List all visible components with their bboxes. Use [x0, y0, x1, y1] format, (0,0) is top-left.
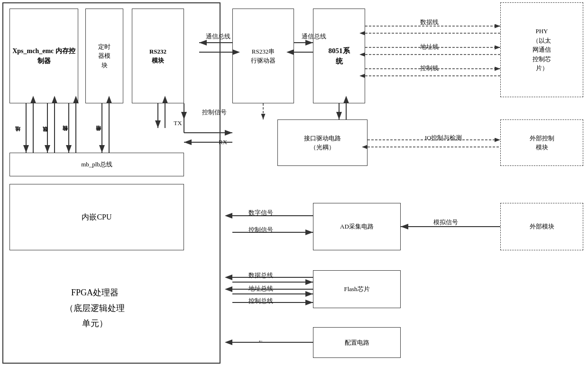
fpga-desc-label: FPGA处理器（底层逻辑处理单元）	[14, 258, 175, 358]
rx-label: RX	[216, 138, 230, 146]
phy-label: PHY（以太网通信控制芯片）	[533, 27, 551, 73]
interrupt-signal-label: 中断信号	[95, 121, 102, 149]
rs232-label: RS232模块	[149, 47, 166, 65]
interface-drive-label: 接口驱动电路（光耦）	[304, 134, 341, 152]
config-circuit-label: 配置电路	[345, 338, 369, 348]
ext-module-box: 外部模块	[500, 203, 583, 250]
data-line-xps-label: 数据线	[42, 123, 49, 149]
rs232-driver-box: RS232串行驱动器	[232, 9, 294, 103]
config-circuit-box: 配置电路	[313, 327, 401, 358]
addr-line-phy-label: 地址线	[413, 43, 446, 51]
tx-label: TX	[171, 119, 185, 127]
timer-label: 定时器模块	[98, 42, 110, 70]
data-line-phy-label: 数据线	[413, 18, 446, 27]
flash-chip-label: Flash芯片	[344, 284, 369, 294]
xps-mch-emc-label: Xps_mch_emc 内存控制器	[10, 46, 78, 66]
cpu-label: 内嵌CPU	[82, 211, 111, 223]
mcu-8051-box: 8051系统	[313, 9, 365, 103]
ad-circuit-label: AD采集电路	[340, 222, 374, 231]
flash-chip-box: Flash芯片	[313, 270, 401, 308]
cpu-box: 内嵌CPU	[9, 184, 184, 250]
interface-drive-box: 接口驱动电路（光耦）	[277, 119, 368, 166]
mb-plb-label: mb_plb总线	[81, 160, 112, 169]
ad-circuit-box: AD采集电路	[313, 203, 401, 250]
ctrl-signal-rs232-label: 控制信号	[195, 108, 233, 117]
io-ctrl-label: IO控制与检测	[413, 134, 474, 142]
config-arrow-label: ←	[237, 338, 285, 345]
addr-bus-flash-label: 地址总线	[237, 284, 285, 293]
data-bus-flash-label: 数据总线	[237, 271, 285, 280]
ctrl-line-phy-label: 控制线	[413, 64, 446, 73]
ext-ctrl-label: 外部控制模块	[530, 134, 554, 152]
ctrl-bus-flash-label: 控制总线	[237, 297, 285, 305]
comm-bus-top-label: 通信总线	[199, 32, 237, 41]
mcu-8051-label: 8051系统	[329, 46, 350, 67]
rs232-driver-label: RS232串行驱动器	[251, 47, 276, 65]
digital-signal-label: 数字信号	[237, 209, 285, 217]
rs232-box: RS232模块	[132, 9, 184, 103]
mb-plb-box: mb_plb总线	[9, 153, 184, 176]
ctrl-signal-xps-label: 控制信号	[62, 121, 69, 149]
phy-box: PHY（以太网通信控制芯片）	[500, 2, 583, 97]
comm-bus-8051-label: 通信总线	[295, 32, 333, 41]
addr-line-xps-label: 地址线	[14, 123, 21, 149]
ext-ctrl-box: 外部控制模块	[500, 119, 583, 166]
ext-module-label: 外部模块	[530, 222, 554, 231]
xps-mch-emc-box: Xps_mch_emc 内存控制器	[9, 9, 78, 103]
timer-box: 定时器模块	[85, 9, 123, 103]
analog-signal-label: 模拟信号	[427, 218, 465, 227]
diagram: Xps_mch_emc 内存控制器 定时器模块 RS232模块 mb_plb总线…	[0, 0, 588, 366]
ctrl-signal-ad-label: 控制信号	[237, 226, 285, 234]
